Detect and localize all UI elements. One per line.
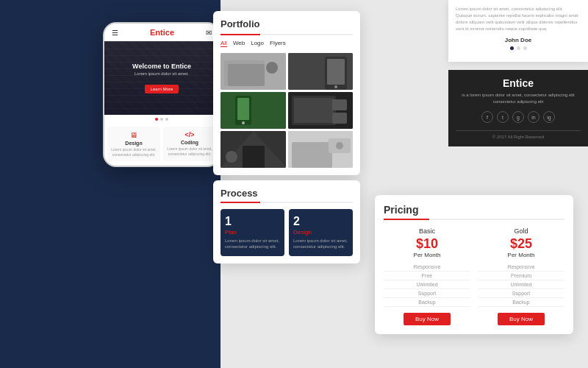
testimonial-card: Lorem ipsum dolor sit amet, consectetur … xyxy=(448,0,588,62)
svg-rect-10 xyxy=(237,98,249,120)
linkedin-icon[interactable]: in xyxy=(528,111,539,123)
dot-1 xyxy=(155,118,158,121)
mobile-carousel-dots xyxy=(104,115,219,122)
testimonial-text: Lorem ipsum dolor sit amet, consectetur … xyxy=(456,6,581,32)
pricing-title: Pricing xyxy=(384,204,564,216)
basic-period: Per Month xyxy=(384,252,470,258)
step-2-name: Design xyxy=(293,229,348,236)
mobile-feature-design: 🖥 Design Lorem ipsum dolor sit amet, con… xyxy=(107,127,160,161)
basic-feature-3: Unlimited xyxy=(384,280,470,289)
process-step-1: 1 Plan Lorem ipsum dolor sit amet, conse… xyxy=(220,209,284,256)
google-icon[interactable]: g xyxy=(512,111,524,123)
coding-feature-title: Coding xyxy=(166,140,213,145)
portfolio-image-5 xyxy=(220,131,286,168)
footer-brand: Entice xyxy=(456,77,581,89)
tab-logo[interactable]: Logo xyxy=(251,40,264,47)
tdot-3 xyxy=(523,46,527,50)
footer-socials: f t g in ig xyxy=(456,111,581,123)
footer-copyright: © 2017 All Right Reserved xyxy=(456,135,581,139)
mobile-mockup: ☰ Entice ✉ Welcome to Entice Lorem ipsum… xyxy=(103,22,220,167)
pricing-columns: Basic $10 Per Month Responsive Free Unli… xyxy=(384,227,564,325)
design-icon: 🖥 xyxy=(110,131,157,139)
portfolio-card: Portfolio All Web Logo Flyers xyxy=(213,11,360,175)
step-1-text: Lorem ipsum dolor sit amet, consectetur … xyxy=(225,238,280,250)
gold-period: Per Month xyxy=(478,252,564,258)
svg-rect-2 xyxy=(224,60,265,86)
svg-rect-15 xyxy=(332,99,347,110)
mobile-hero-title: Welcome to Entice xyxy=(132,63,191,70)
coding-feature-text: Lorem ipsum dolor sit amet, consectetur … xyxy=(166,146,213,156)
gold-feature-1: Responsive xyxy=(478,263,564,272)
step-2-number: 2 xyxy=(293,215,348,228)
svg-rect-16 xyxy=(332,113,347,124)
mobile-hero-sub: Lorem ipsum dolor sit amet. xyxy=(132,71,191,76)
svg-rect-22 xyxy=(292,142,332,168)
mobile-hero-content: Welcome to Entice Lorem ipsum dolor sit … xyxy=(132,63,191,93)
step-2-text: Lorem ipsum dolor sit amet, consectetur … xyxy=(293,238,348,250)
tab-web[interactable]: Web xyxy=(233,40,245,47)
learn-more-button[interactable]: Learn More xyxy=(145,85,179,93)
gold-feature-5: Backup xyxy=(478,298,564,307)
basic-feature-2: Free xyxy=(384,272,470,280)
portfolio-image-4 xyxy=(288,92,354,129)
footer-description: is a lorem ipsum dolor sit amet, consect… xyxy=(456,92,581,105)
testimonial-name: John Doe xyxy=(456,37,581,43)
portfolio-image-1 xyxy=(220,53,286,90)
gold-feature-3: Unlimited xyxy=(478,280,564,289)
gold-buy-button[interactable]: Buy Now xyxy=(498,313,545,325)
mail-icon[interactable]: ✉ xyxy=(206,29,212,37)
portfolio-image-3 xyxy=(220,92,286,129)
twitter-icon[interactable]: t xyxy=(497,111,509,123)
process-steps: 1 Plan Lorem ipsum dolor sit amet, conse… xyxy=(220,209,353,256)
step-1-number: 1 xyxy=(225,215,280,228)
gold-plan-name: Gold xyxy=(478,227,564,235)
instagram-icon[interactable]: ig xyxy=(543,111,555,123)
svg-rect-6 xyxy=(327,59,345,85)
svg-point-24 xyxy=(336,142,343,149)
mobile-hero: Welcome to Entice Lorem ipsum dolor sit … xyxy=(104,41,219,115)
svg-point-20 xyxy=(226,151,237,163)
basic-feature-1: Responsive xyxy=(384,263,470,272)
design-feature-title: Design xyxy=(110,141,157,146)
pricing-gold: Gold $25 Per Month Responsive Premium Un… xyxy=(478,227,564,325)
facebook-icon[interactable]: f xyxy=(481,111,493,123)
portfolio-title: Portfolio xyxy=(220,18,353,29)
svg-point-7 xyxy=(334,85,337,88)
tdot-2 xyxy=(517,46,520,50)
portfolio-grid xyxy=(220,53,353,168)
dot-2 xyxy=(160,118,163,121)
tdot-1 xyxy=(510,46,514,50)
portfolio-image-6 xyxy=(288,131,354,168)
process-title: Process xyxy=(220,188,353,199)
basic-feature-5: Backup xyxy=(384,298,470,307)
svg-point-3 xyxy=(266,62,278,74)
pricing-divider xyxy=(384,219,564,220)
coding-icon: </> xyxy=(166,131,213,138)
dot-3 xyxy=(165,118,168,121)
footer-card: Entice is a lorem ipsum dolor sit amet, … xyxy=(448,70,588,146)
mobile-header: ☰ Entice ✉ xyxy=(104,24,219,41)
tab-flyers[interactable]: Flyers xyxy=(270,40,286,47)
testimonial-dots xyxy=(456,46,581,50)
basic-plan-name: Basic xyxy=(384,227,470,235)
process-divider xyxy=(220,202,353,203)
footer-divider xyxy=(456,130,581,131)
svg-rect-19 xyxy=(243,146,265,168)
portfolio-divider xyxy=(220,34,353,35)
tab-all[interactable]: All xyxy=(220,40,227,47)
basic-buy-button[interactable]: Buy Now xyxy=(404,313,451,325)
pricing-basic: Basic $10 Per Month Responsive Free Unli… xyxy=(384,227,470,325)
basic-feature-4: Support xyxy=(384,289,470,298)
gold-amount: $25 xyxy=(478,236,564,252)
hamburger-icon[interactable]: ☰ xyxy=(112,29,118,37)
pricing-card: Pricing Basic $10 Per Month Responsive F… xyxy=(375,195,573,334)
design-feature-text: Lorem ipsum dolor sit amet, consectetur … xyxy=(110,147,157,157)
svg-point-11 xyxy=(242,121,245,124)
process-step-2: 2 Design Lorem ipsum dolor sit amet, con… xyxy=(289,209,353,256)
mobile-feature-coding: </> Coding Lorem ipsum dolor sit amet, c… xyxy=(163,127,216,161)
portfolio-tabs: All Web Logo Flyers xyxy=(220,40,353,47)
svg-rect-14 xyxy=(294,98,334,123)
basic-amount: $10 xyxy=(384,236,470,252)
gold-feature-2: Premium xyxy=(478,272,564,280)
mobile-brand: Entice xyxy=(150,28,174,37)
